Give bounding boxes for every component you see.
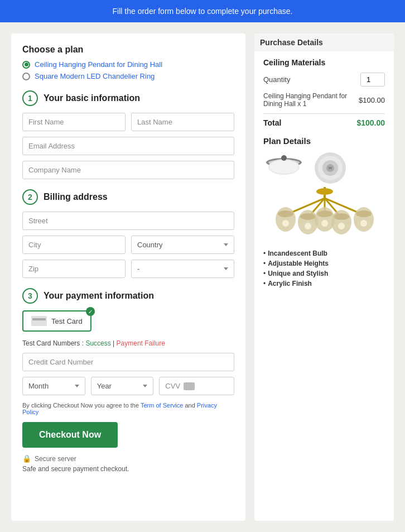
date-cvv-row: Month 010203 040506 070809 101112 Year 2… <box>22 377 234 395</box>
svg-point-31 <box>321 220 328 227</box>
svg-point-26 <box>317 210 332 217</box>
svg-point-20 <box>300 213 316 220</box>
svg-point-28 <box>305 223 311 229</box>
item-row: Ceiling Hanging Pendant for Dining Hall … <box>263 92 385 108</box>
secure-label: Secure server <box>35 455 76 463</box>
main-container: Choose a plan Ceiling Hanging Pendant fo… <box>0 22 405 532</box>
street-field-container <box>22 212 234 230</box>
last-name-input[interactable] <box>131 113 234 131</box>
ceiling-materials-title: Ceiling Materials <box>263 58 385 67</box>
email-field-container <box>22 137 234 155</box>
terms-prefix: By clicking Checkout Now you agree to th… <box>22 402 141 409</box>
company-field-container <box>22 161 234 179</box>
state-select[interactable]: - <box>131 260 234 278</box>
step-2-title: Billing address <box>44 192 108 202</box>
checkout-button[interactable]: Checkout Now <box>22 422 118 448</box>
product-images-container <box>263 151 385 243</box>
year-field: Year 202420252026 202720282029 2030 <box>91 377 154 395</box>
secure-info: 🔒 Secure server <box>22 454 234 463</box>
first-name-field <box>22 113 126 131</box>
banner-text: Fill the order form below to complete yo… <box>113 7 293 16</box>
street-input[interactable] <box>22 212 234 230</box>
total-price: $100.00 <box>356 118 385 127</box>
purchase-details-title: Purchase Details <box>254 33 394 51</box>
quantity-input[interactable] <box>360 73 385 87</box>
zip-field <box>22 260 126 278</box>
last-name-field <box>131 113 234 131</box>
divider <box>263 113 385 114</box>
city-country-row: Country <box>22 236 234 254</box>
step-1-title: Your basic information <box>44 93 140 103</box>
terms-middle: and <box>183 402 196 409</box>
card-option[interactable]: Test Card ✓ <box>22 310 91 332</box>
cvv-card-icon <box>184 382 195 390</box>
choose-plan-title: Choose a plan <box>22 45 234 55</box>
step-3-title: Your payment information <box>44 291 154 301</box>
pipe: | <box>111 339 117 347</box>
svg-rect-9 <box>329 167 332 169</box>
svg-point-3 <box>269 160 298 174</box>
country-field: Country <box>131 236 234 254</box>
total-label: Total <box>263 118 281 127</box>
city-field <box>22 236 126 254</box>
plan-option-2[interactable]: Square Modern LED Chandelier Ring <box>22 72 234 80</box>
card-label: Test Card <box>51 317 83 325</box>
top-banner: Fill the order form below to complete yo… <box>0 0 405 22</box>
features-list: Incandescent Bulb Adjustable Heights Uni… <box>263 250 385 287</box>
credit-card-container <box>22 353 234 371</box>
feature-3: Unique and Stylish <box>263 270 385 277</box>
success-link[interactable]: Success <box>85 339 110 347</box>
item-price: $100.00 <box>359 96 385 104</box>
step-2-circle: 2 <box>22 189 38 205</box>
cvv-placeholder: CVV <box>165 382 180 390</box>
feature-2: Adjustable Heights <box>263 260 385 267</box>
plan-2-label: Square Modern LED Chandelier Ring <box>35 72 155 80</box>
state-field: - <box>131 260 234 278</box>
svg-point-24 <box>356 210 372 217</box>
city-input[interactable] <box>22 236 126 254</box>
test-card-info: Test Card Numbers : Success | Payment Fa… <box>22 339 234 347</box>
quantity-row: Quantity <box>263 73 385 87</box>
zip-state-row: - <box>22 260 234 278</box>
svg-point-22 <box>334 213 349 220</box>
flush-mount-img <box>263 151 305 185</box>
country-select[interactable]: Country <box>131 236 234 254</box>
email-input[interactable] <box>22 137 234 155</box>
card-check-icon: ✓ <box>86 307 95 316</box>
year-select[interactable]: Year 202420252026 202720282029 2030 <box>91 377 154 395</box>
first-name-input[interactable] <box>22 113 126 131</box>
month-field: Month 010203 040506 070809 101112 <box>22 377 85 395</box>
name-row <box>22 113 234 131</box>
svg-point-29 <box>338 223 345 229</box>
step-1-header: 1 Your basic information <box>22 90 234 106</box>
cvv-field: CVV <box>159 377 234 395</box>
right-panel: Purchase Details Ceiling Materials Quant… <box>254 33 394 521</box>
terms-link[interactable]: Term of Service <box>141 402 183 409</box>
plan-1-label: Ceiling Hanging Pendant for Dining Hall <box>35 60 162 69</box>
plan-option-1[interactable]: Ceiling Hanging Pendant for Dining Hall <box>22 60 234 69</box>
radio-2 <box>22 73 30 80</box>
test-card-prefix: Test Card Numbers : <box>22 339 85 347</box>
credit-card-input[interactable] <box>22 353 234 371</box>
item-name: Ceiling Hanging Pendant for Dining Hall … <box>263 92 359 108</box>
step-2-header: 2 Billing address <box>22 189 234 205</box>
terms-text: By clicking Checkout Now you agree to th… <box>22 402 234 415</box>
top-images-row <box>263 151 385 185</box>
feature-4: Acrylic Finish <box>263 280 385 287</box>
left-panel: Choose a plan Ceiling Hanging Pendant fo… <box>11 33 245 521</box>
total-row: Total $100.00 <box>263 118 385 127</box>
disc-light-img <box>310 151 351 185</box>
radio-1 <box>22 61 30 69</box>
step-3-circle: 3 <box>22 288 38 304</box>
failure-link[interactable]: Payment Failure <box>117 339 165 347</box>
zip-input[interactable] <box>22 260 126 278</box>
quantity-label: Quantity <box>263 75 290 84</box>
company-input[interactable] <box>22 161 234 179</box>
feature-1: Incandescent Bulb <box>263 250 385 257</box>
svg-point-18 <box>278 210 293 217</box>
svg-point-27 <box>282 220 289 227</box>
step-1-circle: 1 <box>22 90 38 106</box>
step-3-header: 3 Your payment information <box>22 288 234 304</box>
svg-point-11 <box>316 188 333 195</box>
month-select[interactable]: Month 010203 040506 070809 101112 <box>22 377 85 395</box>
